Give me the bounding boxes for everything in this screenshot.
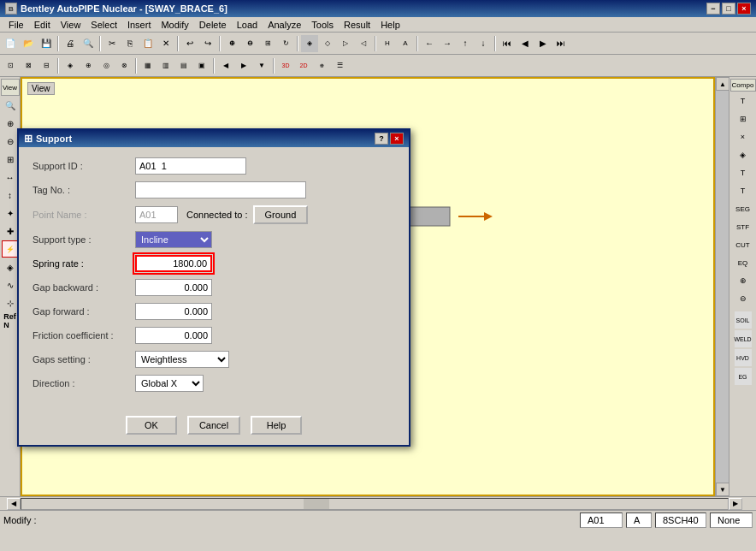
comp-tool10[interactable]: EQ bbox=[735, 254, 752, 271]
comp-tool1[interactable]: T bbox=[735, 92, 752, 110]
tool-q-icon[interactable]: ⎈ bbox=[313, 57, 330, 74]
tool-h-icon[interactable]: ▦ bbox=[139, 57, 157, 74]
cut-icon[interactable]: ✂ bbox=[103, 35, 121, 52]
tool-n-icon[interactable]: ▼ bbox=[253, 57, 270, 74]
scroll-left-button[interactable]: ◀ bbox=[7, 498, 21, 510]
comp-tool7[interactable]: SEG bbox=[735, 200, 752, 217]
open-icon[interactable]: 📂 bbox=[20, 35, 37, 52]
comp-tool8[interactable]: STF bbox=[735, 218, 752, 235]
menu-edit[interactable]: Edit bbox=[29, 19, 56, 31]
left-tool10[interactable]: ◈ bbox=[2, 258, 19, 276]
nav4-icon[interactable]: ⏭ bbox=[552, 35, 570, 52]
tool-g-icon[interactable]: ⊗ bbox=[115, 57, 133, 74]
scroll-right-button[interactable]: ▶ bbox=[729, 498, 742, 510]
redo-icon[interactable]: ↪ bbox=[199, 35, 216, 52]
tool-b-icon[interactable]: ⊠ bbox=[20, 57, 37, 74]
preview-icon[interactable]: 🔍 bbox=[80, 35, 97, 52]
scroll-track[interactable] bbox=[716, 91, 729, 483]
gap-forward-input[interactable] bbox=[135, 303, 212, 320]
nav1-icon[interactable]: ⏮ bbox=[499, 35, 516, 52]
left-tool9[interactable]: ⚡ bbox=[2, 240, 19, 258]
menu-analyze[interactable]: Analyze bbox=[263, 19, 306, 31]
left-tool13[interactable]: RefN bbox=[2, 312, 19, 329]
paste-icon[interactable]: 📋 bbox=[139, 35, 157, 52]
close-button[interactable]: × bbox=[737, 3, 751, 15]
help-button[interactable]: Help bbox=[251, 416, 302, 435]
arrow4-icon[interactable]: ↓ bbox=[475, 35, 492, 52]
left-tool11[interactable]: ∿ bbox=[2, 276, 19, 293]
tool-f-icon[interactable]: ◎ bbox=[97, 57, 115, 74]
tool-o-icon[interactable]: 3D bbox=[277, 57, 294, 74]
menu-result[interactable]: Result bbox=[339, 19, 375, 31]
menu-file[interactable]: File bbox=[3, 19, 29, 31]
tool-e-icon[interactable]: ⊕ bbox=[80, 57, 97, 74]
tag-no-input[interactable] bbox=[135, 181, 306, 198]
support-id-input[interactable] bbox=[135, 157, 246, 175]
tool-i-icon[interactable]: ▥ bbox=[157, 57, 174, 74]
menu-view[interactable]: View bbox=[56, 19, 86, 31]
cancel-button[interactable]: Cancel bbox=[187, 416, 240, 435]
scroll-up-button[interactable]: ▲ bbox=[716, 77, 729, 91]
comp-tool5[interactable]: T bbox=[735, 164, 752, 181]
tool2-icon[interactable]: ◇ bbox=[319, 35, 336, 52]
dialog-title-controls[interactable]: ? × bbox=[375, 133, 404, 145]
new-icon[interactable]: 📄 bbox=[2, 35, 19, 52]
minimize-button[interactable]: − bbox=[706, 3, 720, 15]
h-scroll-thumb[interactable] bbox=[304, 499, 329, 509]
left-tool7[interactable]: ✦ bbox=[2, 204, 19, 222]
bottom-scrollbar[interactable]: ◀ ▶ bbox=[0, 496, 756, 510]
comp-tool9[interactable]: CUT bbox=[735, 236, 752, 253]
fit-icon[interactable]: ⊞ bbox=[259, 35, 276, 52]
zoom-in-icon[interactable]: ⊕ bbox=[223, 35, 240, 52]
tool-j-icon[interactable]: ▤ bbox=[175, 57, 192, 74]
left-tool8[interactable]: ✚ bbox=[2, 222, 19, 240]
left-tool12[interactable]: ⊹ bbox=[2, 294, 19, 311]
comp-tool4[interactable]: ◈ bbox=[735, 146, 752, 163]
h-scroll-track[interactable] bbox=[21, 498, 729, 510]
scroll-down-button[interactable]: ▼ bbox=[716, 483, 729, 496]
menu-tools[interactable]: Tools bbox=[306, 19, 339, 31]
copy-icon[interactable]: ⎘ bbox=[121, 35, 139, 52]
nav3-icon[interactable]: ▶ bbox=[535, 35, 552, 52]
tool-d-icon[interactable]: ◈ bbox=[62, 57, 79, 74]
menu-insert[interactable]: Insert bbox=[122, 19, 157, 31]
arrow1-icon[interactable]: ← bbox=[421, 35, 438, 52]
left-tool5[interactable]: ↔ bbox=[2, 169, 19, 186]
left-tool4[interactable]: ⊞ bbox=[2, 151, 19, 168]
comp-tool-c[interactable]: HVD bbox=[735, 349, 752, 366]
tool-k-icon[interactable]: ▣ bbox=[193, 57, 210, 74]
save-icon[interactable]: 💾 bbox=[38, 35, 55, 52]
arrow2-icon[interactable]: → bbox=[439, 35, 456, 52]
undo-icon[interactable]: ↩ bbox=[181, 35, 198, 52]
zoom-out-icon[interactable]: ⊖ bbox=[241, 35, 258, 52]
tool-l-icon[interactable]: ◀ bbox=[217, 57, 234, 74]
comp-tool2[interactable]: ⊞ bbox=[735, 110, 752, 127]
friction-coeff-input[interactable] bbox=[135, 327, 212, 344]
direction-select[interactable]: Global X Global Y Global Z bbox=[135, 375, 204, 392]
spring-rate-input[interactable] bbox=[135, 255, 212, 272]
tool3-icon[interactable]: ▷ bbox=[337, 35, 354, 52]
left-tool3[interactable]: ⊖ bbox=[2, 133, 19, 150]
tool-a-icon[interactable]: ⊡ bbox=[2, 57, 19, 74]
left-tool6[interactable]: ↕ bbox=[2, 187, 19, 204]
comp-tool3[interactable]: × bbox=[735, 128, 752, 145]
tool-c-icon[interactable]: ⊟ bbox=[38, 57, 55, 74]
menu-delete[interactable]: Delete bbox=[194, 19, 232, 31]
tool4-icon[interactable]: ◁ bbox=[355, 35, 372, 52]
comp-tool-b[interactable]: WELD bbox=[735, 330, 752, 347]
tool-p-icon[interactable]: 2D bbox=[295, 57, 312, 74]
nav2-icon[interactable]: ◀ bbox=[517, 35, 534, 52]
comp-tool6[interactable]: T bbox=[735, 182, 752, 199]
comp-tool-a[interactable]: SOIL bbox=[735, 311, 752, 329]
menu-select[interactable]: Select bbox=[86, 19, 122, 31]
rotate-icon[interactable]: ↻ bbox=[277, 35, 294, 52]
tool-r-icon[interactable]: ☰ bbox=[331, 57, 348, 74]
arrow3-icon[interactable]: ↑ bbox=[457, 35, 474, 52]
gap-backward-input[interactable] bbox=[135, 279, 212, 296]
support-type-select[interactable]: Incline Limit Spring bbox=[135, 231, 212, 248]
hide-icon[interactable]: H bbox=[379, 35, 396, 52]
ok-button[interactable]: OK bbox=[126, 416, 177, 435]
alt-icon[interactable]: A bbox=[397, 35, 414, 52]
left-tool1[interactable]: 🔍 bbox=[2, 97, 19, 114]
comp-tool-d[interactable]: EG bbox=[735, 368, 752, 385]
